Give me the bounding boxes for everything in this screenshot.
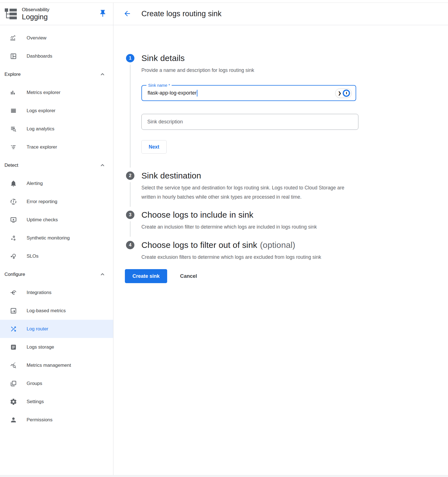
product-name: Observability [22, 7, 49, 13]
step-4-title: Choose logs to filter out of sink(option… [141, 240, 448, 250]
next-button[interactable]: Next [141, 140, 167, 154]
sink-name-field[interactable]: Sink name * flask-app-log-exporter ❯ [141, 85, 356, 101]
sidebar-item-label: Logs storage [27, 344, 54, 350]
step-2-description: Select the service type and destination … [141, 183, 356, 202]
synthetic-monitoring-icon [10, 234, 17, 242]
log-analytics-icon [10, 125, 17, 133]
text-caret [197, 90, 197, 97]
step-include-logs: 3 Choose logs to include in sink Create … [113, 210, 448, 232]
sidebar-item-alerting[interactable]: Alerting [0, 174, 113, 192]
sidebar-item-label: Logs explorer [27, 108, 55, 114]
step-3-badge: 3 [126, 211, 134, 219]
module-name: Logging [22, 13, 49, 21]
sink-description-input[interactable] [141, 114, 358, 130]
sidebar-item-label: Log analytics [27, 126, 54, 132]
step-1-title: Sink details [141, 53, 448, 64]
sidebar-item-uptime-checks[interactable]: Uptime checks [0, 211, 113, 229]
sidebar-item-label: Uptime checks [27, 217, 58, 223]
main-header: Create logs routing sink [113, 3, 448, 25]
bell-icon [10, 180, 17, 187]
step-sink-destination: 2 Sink destination Select the service ty… [113, 170, 448, 202]
chevron-right-icon: ❯ [338, 91, 341, 95]
password-manager-suggestion[interactable]: ❯ [335, 88, 352, 98]
slos-icon [10, 253, 17, 260]
sidebar-item-label: Error reporting [27, 199, 57, 205]
sidebar-item-error-reporting[interactable]: Error reporting [0, 192, 113, 211]
sidebar-item-permissions[interactable]: Permissions [0, 411, 113, 429]
dashboards-icon [10, 53, 17, 60]
sidebar-item-overview[interactable]: Overview [0, 29, 113, 47]
sidebar-header: Observability Logging [0, 3, 113, 25]
sidebar-item-label: Integrations [27, 290, 52, 295]
sidebar-item-log-based-metrics[interactable]: Log-based metrics [0, 302, 113, 320]
step-2-badge: 2 [126, 171, 134, 180]
window-top-edge [0, 0, 448, 3]
sidebar: Observability Logging Overview Dashboard… [0, 3, 113, 475]
sidebar-item-label: Trace explorer [27, 144, 57, 150]
pin-icon [99, 9, 107, 18]
overview-icon [10, 34, 17, 42]
sidebar-item-logs-explorer[interactable]: Logs explorer [0, 102, 113, 120]
step-1-description: Provide a name and description for logs … [141, 66, 356, 75]
create-sink-form: 1 Sink details Provide a name and descri… [113, 25, 448, 283]
sidebar-item-label: Groups [27, 381, 42, 386]
error-reporting-icon [10, 198, 17, 205]
gear-icon [10, 398, 17, 405]
sidebar-item-integrations[interactable]: Integrations [0, 283, 113, 302]
sidebar-item-label: Settings [27, 399, 44, 405]
create-sink-button[interactable]: Create sink [125, 269, 167, 283]
sidebar-item-label: Metrics explorer [27, 90, 60, 95]
password-manager-icon [343, 90, 350, 97]
sidebar-item-label: Log-based metrics [27, 308, 66, 314]
person-icon [10, 416, 17, 424]
integrations-icon [10, 289, 17, 296]
step-exclude-logs: 4 Choose logs to filter out of sink(opti… [113, 240, 448, 262]
cancel-button[interactable]: Cancel [178, 273, 199, 279]
sidebar-item-logs-storage[interactable]: Logs storage [0, 338, 113, 356]
back-button[interactable] [123, 10, 131, 18]
shuffle-icon [10, 325, 17, 333]
pin-button[interactable] [97, 8, 108, 20]
sidebar-section-configure[interactable]: Configure [0, 265, 113, 283]
sidebar-item-settings[interactable]: Settings [0, 393, 113, 411]
metrics-explorer-icon [10, 89, 17, 96]
chevron-up-icon [99, 71, 106, 78]
sidebar-item-label: SLOs [27, 253, 39, 259]
sidebar-item-label: Synthetic monitoring [27, 235, 70, 241]
step-3-title: Choose logs to include in sink [141, 210, 448, 220]
sidebar-item-groups[interactable]: Groups [0, 374, 113, 393]
uptime-checks-icon [10, 216, 17, 224]
sidebar-item-synthetic-monitoring[interactable]: Synthetic monitoring [0, 229, 113, 247]
sidebar-item-log-router[interactable]: Log router [0, 320, 113, 338]
step-2-title: Sink destination [141, 170, 448, 181]
sidebar-nav: Overview Dashboards Explore Metrics expl… [0, 25, 113, 429]
log-based-metrics-icon [10, 307, 17, 314]
sidebar-item-metrics-explorer[interactable]: Metrics explorer [0, 83, 113, 102]
sidebar-item-slos[interactable]: SLOs [0, 247, 113, 265]
step-sink-details: 1 Sink details Provide a name and descri… [113, 53, 448, 154]
sidebar-item-label: Permissions [27, 417, 53, 423]
trace-explorer-icon [10, 144, 17, 151]
sink-name-input[interactable]: flask-app-log-exporter [148, 90, 197, 96]
chevron-up-icon [99, 271, 106, 278]
page-title: Create logs routing sink [141, 10, 221, 18]
logs-explorer-icon [10, 107, 17, 114]
form-actions: Create sink Cancel [113, 269, 448, 283]
step-4-title-optional: (optional) [260, 240, 295, 250]
sidebar-item-label: Dashboards [27, 53, 52, 59]
sidebar-item-metrics-management[interactable]: Metrics management [0, 356, 113, 374]
chevron-up-icon [99, 162, 106, 169]
step-1-badge: 1 [126, 54, 134, 62]
logging-logo-icon [4, 8, 17, 20]
metrics-management-icon [10, 362, 17, 369]
sidebar-section-detect[interactable]: Detect [0, 156, 113, 174]
sidebar-item-log-analytics[interactable]: Log analytics [0, 120, 113, 138]
back-arrow-icon [123, 10, 131, 18]
sidebar-item-label: Log router [27, 326, 48, 332]
sidebar-item-dashboards[interactable]: Dashboards [0, 47, 113, 65]
sidebar-item-trace-explorer[interactable]: Trace explorer [0, 138, 113, 156]
page: Observability Logging Overview Dashboard… [0, 0, 448, 477]
sidebar-item-label: Overview [27, 35, 46, 41]
window-bottom-edge [0, 475, 448, 477]
sidebar-section-explore[interactable]: Explore [0, 65, 113, 83]
